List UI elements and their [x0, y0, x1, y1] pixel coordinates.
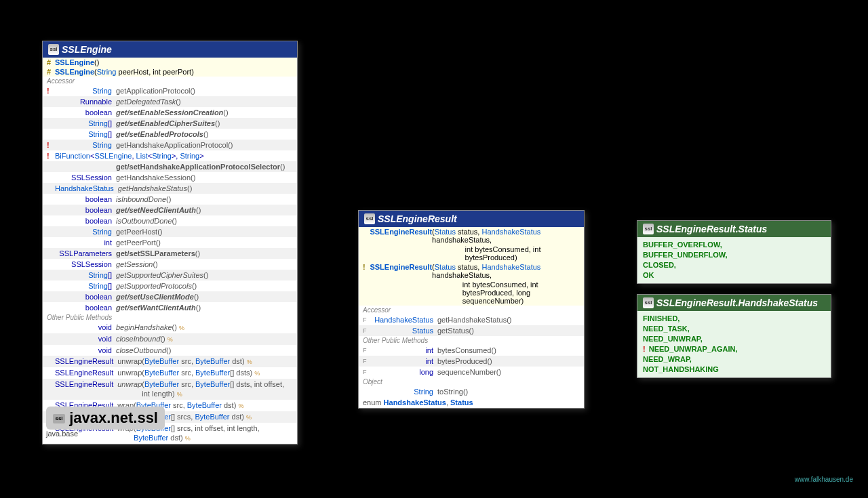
ssl-icon: ssl — [364, 213, 375, 224]
member-row: FStatusgetStatus () — [359, 325, 584, 336]
constructors-section: #SSLEngine ()#SSLEngine (String peerHost… — [43, 58, 297, 77]
section-label: Object — [359, 377, 584, 386]
member-row: !BiFunction<SSLEngine, List<String>, Str… — [43, 150, 297, 161]
ssl-icon: ssl — [53, 414, 65, 423]
ssl-icon: ssl — [643, 297, 654, 308]
module-label: java.base — [46, 430, 78, 438]
section-label: Accessor — [359, 306, 584, 314]
member-row: HandshakeStatusgetHandshakeStatus () — [43, 183, 297, 194]
member-row: String[]get/setEnabledCipherSuites () — [43, 118, 297, 129]
class-header: ssl SSLEngineResult — [359, 211, 584, 227]
member-row: SSLEngineResultunwrap (ByteBuffer src, B… — [43, 356, 297, 367]
enum-value: BUFFER_UNDERFLOW, — [643, 250, 825, 260]
enum-value: NOT_HANDSHAKING — [643, 365, 825, 375]
class-title: SSLEngineResult — [378, 213, 457, 224]
members-section: Accessor!StringgetApplicationProtocol ()… — [43, 77, 297, 444]
member-row: FintbytesConsumed () — [359, 345, 584, 356]
enum-value: NEED_TASK, — [643, 324, 825, 334]
class-SSLEngineResult: ssl SSLEngineResult SSLEngineResult (Sta… — [358, 210, 585, 409]
member-row: StringtoString () — [359, 386, 584, 397]
class-header: ssl SSLEngine — [43, 41, 297, 58]
member-row: booleanget/setUseClientMode () — [43, 291, 297, 302]
enum-Status: ssl SSLEngineResult.Status BUFFER_OVERFL… — [637, 220, 831, 284]
member-row: voidcloseInbound () % — [43, 333, 297, 345]
member-row: FHandshakeStatusgetHandshakeStatus () — [359, 314, 584, 325]
member-row: SSLEngineResultunwrap (ByteBuffer src, B… — [43, 379, 297, 400]
section-label: Accessor — [43, 77, 297, 85]
enum-value: CLOSED, — [643, 260, 825, 270]
class-SSLEngine: ssl SSLEngine #SSLEngine ()#SSLEngine (S… — [42, 41, 298, 444]
source-link[interactable]: www.falkhausen.de — [795, 476, 853, 483]
enum-values: BUFFER_OVERFLOW,BUFFER_UNDERFLOW,CLOSED,… — [637, 237, 831, 283]
member-row: intgetPeerPort () — [43, 237, 297, 248]
inner-enums: enum HandshakeStatus, Status — [359, 397, 584, 408]
member-row: get/setHandshakeApplicationProtocolSelec… — [43, 161, 297, 172]
enum-title: SSLEngineResult.Status — [656, 224, 767, 234]
enum-header: ssl SSLEngineResult.HandshakeStatus — [637, 295, 831, 311]
constructor-row: SSLEngineResult (Status status, Handshak… — [359, 227, 584, 245]
member-row: SSLEngineResultunwrap (ByteBuffer src, B… — [43, 367, 297, 379]
enum-value: ! NEED_UNWRAP_AGAIN, — [643, 344, 825, 354]
section-label: Other Public Methods — [359, 336, 584, 345]
enum-title: SSLEngineResult.HandshakeStatus — [656, 297, 818, 308]
package-label: ssl javax.net.ssl — [46, 407, 165, 430]
member-row: String[]getSupportedCipherSuites () — [43, 270, 297, 281]
enum-value: FINISHED, — [643, 314, 825, 324]
constructor-row: #SSLEngine () — [43, 58, 297, 67]
class-title: SSLEngine — [62, 44, 112, 55]
member-row: StringgetPeerHost () — [43, 226, 297, 237]
enum-value: NEED_WRAP, — [643, 354, 825, 365]
enum-value: OK — [643, 270, 825, 281]
member-row: SSLParametersget/setSSLParameters () — [43, 248, 297, 259]
member-row: voidbeginHandshake () % — [43, 322, 297, 333]
member-row: RunnablegetDelegatedTask () — [43, 96, 297, 107]
members-section: AccessorFHandshakeStatusgetHandshakeStat… — [359, 306, 584, 397]
member-row: voidcloseOutbound () — [43, 345, 297, 356]
member-row: !StringgetHandshakeApplicationProtocol (… — [43, 140, 297, 150]
constructor-row: #SSLEngine (String peerHost, int peerPor… — [43, 67, 297, 77]
constructor-row: !SSLEngineResult (Status status, Handsha… — [359, 262, 584, 280]
member-row: booleanget/setWantClientAuth () — [43, 302, 297, 313]
ssl-icon: ssl — [643, 224, 654, 234]
member-row: SSLSessiongetSession () — [43, 259, 297, 270]
enum-header: ssl SSLEngineResult.Status — [637, 221, 831, 237]
member-row: SSLSessiongetHandshakeSession () — [43, 172, 297, 183]
member-row: booleanisInboundDone () — [43, 194, 297, 205]
member-row: String[]get/setEnabledProtocols () — [43, 129, 297, 140]
member-row: FlongsequenceNumber () — [359, 367, 584, 377]
member-row: booleanget/setEnableSessionCreation () — [43, 107, 297, 118]
member-row: FintbytesProduced () — [359, 356, 584, 367]
member-row: booleanget/setNeedClientAuth () — [43, 205, 297, 215]
enum-value: BUFFER_OVERFLOW, — [643, 240, 825, 250]
member-row: booleanisOutboundDone () — [43, 215, 297, 226]
ssl-icon: ssl — [48, 44, 59, 55]
member-row: String[]getSupportedProtocols () — [43, 281, 297, 291]
constructors-section: SSLEngineResult (Status status, Handshak… — [359, 227, 584, 306]
enum-HandshakeStatus: ssl SSLEngineResult.HandshakeStatus FINI… — [637, 294, 831, 378]
section-label: Other Public Methods — [43, 313, 297, 322]
enum-value: NEED_UNWRAP, — [643, 334, 825, 344]
enum-values: FINISHED,NEED_TASK,NEED_UNWRAP,! NEED_UN… — [637, 311, 831, 377]
member-row: !StringgetApplicationProtocol () — [43, 85, 297, 96]
